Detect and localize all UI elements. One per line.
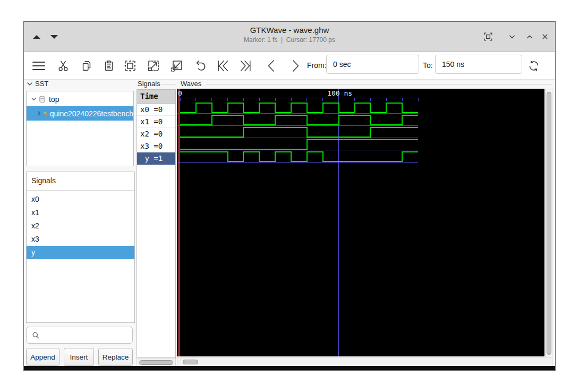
sst-label: SST [35,80,48,88]
window-title: GTKWave - wave.ghw [24,25,555,36]
signal-item-x2[interactable]: x2 [27,219,134,233]
wave-trace-y [180,152,418,161]
zoom-out-button[interactable] [169,58,184,73]
skip-end-icon [237,58,252,73]
database-icon [38,95,46,104]
wave-trace-x2 [180,127,418,137]
name-row-y[interactable]: y =1 [137,152,175,165]
titlebar-text: GTKWave - wave.ghw Marker: 1 fs | Cursor… [24,25,555,44]
ruler-label: 100 ns [327,89,352,97]
tree-item-label: top [49,95,59,104]
signal-item-x3[interactable]: x3 [27,233,134,246]
marker-cursor-status: Marker: 1 fs | Cursor: 17700 ps [24,36,555,44]
step-right-button[interactable] [288,58,303,73]
hamburger-menu-icon [31,59,46,72]
names-frame-label: Signals [138,80,160,88]
waves-hscrollbar[interactable] [177,357,552,367]
step-left-button[interactable] [264,58,279,73]
maximize-button[interactable] [522,29,537,44]
names-frame-line [162,84,176,84]
close-icon [539,31,551,42]
search-icon [31,331,40,340]
zoom-fit-button[interactable] [123,58,138,73]
waves-frame-line [206,84,552,84]
tree-guide-line [30,107,34,114]
window-bottom-edge [24,366,555,370]
fullscreen-icon [482,31,494,42]
fullscreen-button[interactable] [481,29,496,44]
sst-expander[interactable]: SST [27,80,48,88]
waves-frame-label: Waves [181,80,201,88]
tree-item-label: quine20240226testbench [50,109,133,118]
chevron-right-icon [288,58,302,73]
name-row-x3[interactable]: x3 =0 [137,140,175,152]
copy-button[interactable] [79,58,94,73]
names-hscrollbar[interactable] [137,358,176,367]
module-icon [43,109,48,118]
wave-trace-x3 [180,140,418,149]
undo-button[interactable] [194,58,209,73]
minimize-button[interactable] [505,29,520,44]
insert-button[interactable]: Insert [64,348,94,366]
zoom-in-icon [146,58,161,73]
signal-list-panel: Signals x0 x1 x2 x3 y [26,172,135,323]
search-input[interactable] [44,331,132,340]
tree-item-testbench[interactable]: quine20240226testbench [27,106,133,121]
clipboard-paste-icon [103,59,115,73]
scissors-icon [57,59,70,73]
cut-button[interactable] [56,58,71,73]
header-separator [27,190,134,191]
signal-item-x0[interactable]: x0 [27,193,134,206]
skip-to-start-button[interactable] [216,58,231,73]
waves-vscrollbar[interactable] [545,89,552,367]
waves-hscrollbar-thumb[interactable] [183,360,198,364]
chevron-left-icon [265,58,278,73]
name-row-x1[interactable]: x1 =0 [137,116,175,128]
waves-vscrollbar-thumb[interactable] [547,92,551,355]
append-button[interactable]: Append [26,348,59,366]
names-hscrollbar-thumb[interactable] [139,360,173,365]
from-input[interactable] [326,55,419,74]
skip-start-icon [216,58,231,73]
from-label: From: [307,61,327,70]
menu-button[interactable] [31,58,46,73]
wave-canvas[interactable]: 0100 ns [177,89,544,356]
skip-to-end-button[interactable] [237,58,252,73]
signal-list-header: Signals [31,176,56,185]
signal-search-box[interactable] [26,327,133,344]
to-label: To: [423,61,433,70]
tree-collapsed-chevron-icon[interactable] [36,110,42,116]
signal-names-panel: Time x0 =0 x1 =0 x2 =0 x3 =0 y =1 [137,89,176,358]
zoom-in-button[interactable] [146,58,161,73]
replace-button[interactable]: Replace [98,348,133,366]
name-row-x0[interactable]: x0 =0 [137,104,175,116]
tree-expanded-chevron-icon[interactable] [30,96,37,102]
time-header[interactable]: Time [137,90,175,104]
close-button[interactable] [538,29,552,44]
ruler-label: 0 [178,89,182,97]
paste-button[interactable] [101,58,116,73]
tree-item-top[interactable]: top [27,92,133,106]
signal-item-y[interactable]: y [27,246,134,259]
signal-item-x1[interactable]: x1 [27,206,134,219]
chevron-down-icon [506,31,518,42]
undo-arrow-icon [194,58,209,73]
toolbar: From: To: [24,52,555,80]
titlebar[interactable]: GTKWave - wave.ghw Marker: 1 fs | Cursor… [24,22,555,52]
expander-chevron-icon [27,81,33,87]
gtkwave-window: GTKWave - wave.ghw Marker: 1 fs | Cursor… [23,21,556,371]
wave-trace-x1 [180,115,418,125]
reload-icon [526,58,541,74]
zoom-out-icon [169,58,184,73]
name-row-x2[interactable]: x2 =0 [137,128,175,140]
sst-tree-panel: top quine20240226testbench [26,91,134,166]
chevron-up-icon [524,31,535,42]
copy-icon [80,59,93,73]
reload-button[interactable] [526,58,541,73]
to-input[interactable] [435,55,522,74]
zoom-fit-icon [123,58,138,73]
wave-trace-x0 [180,103,418,113]
